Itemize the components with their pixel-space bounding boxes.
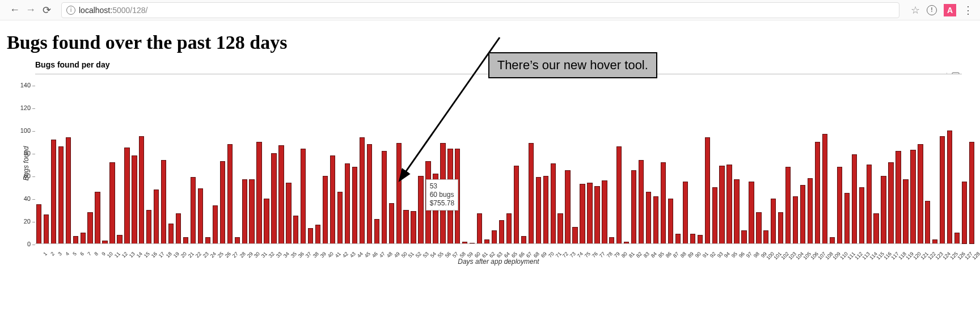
bar[interactable] bbox=[587, 183, 592, 244]
bar[interactable] bbox=[705, 137, 710, 244]
bar[interactable] bbox=[278, 145, 284, 244]
bar[interactable] bbox=[793, 196, 798, 244]
bar[interactable] bbox=[124, 148, 129, 244]
bar[interactable] bbox=[954, 233, 960, 244]
bar[interactable] bbox=[506, 213, 512, 244]
bar[interactable] bbox=[301, 149, 306, 244]
bar[interactable] bbox=[771, 199, 776, 244]
bar[interactable] bbox=[382, 151, 387, 244]
bar[interactable] bbox=[940, 136, 945, 244]
bar[interactable] bbox=[360, 137, 365, 244]
bar[interactable] bbox=[132, 155, 137, 244]
bar[interactable] bbox=[756, 212, 761, 244]
bar[interactable] bbox=[337, 192, 343, 244]
bar[interactable] bbox=[374, 219, 379, 244]
bar[interactable] bbox=[859, 187, 864, 244]
bar[interactable] bbox=[492, 230, 497, 244]
bar[interactable] bbox=[639, 160, 644, 244]
bar[interactable] bbox=[675, 234, 681, 244]
bar[interactable] bbox=[87, 212, 92, 244]
bar[interactable] bbox=[330, 155, 335, 244]
bar[interactable] bbox=[198, 188, 203, 244]
bar[interactable] bbox=[698, 235, 703, 244]
bar[interactable] bbox=[161, 160, 166, 244]
nav-back-button[interactable]: ← bbox=[7, 2, 23, 18]
bar[interactable] bbox=[44, 214, 49, 244]
bar[interactable] bbox=[213, 205, 218, 244]
bar[interactable] bbox=[646, 192, 651, 244]
bar[interactable] bbox=[873, 213, 878, 244]
bar[interactable] bbox=[154, 190, 159, 244]
page-info-icon[interactable]: ! bbox=[927, 5, 937, 15]
bar[interactable] bbox=[822, 134, 827, 244]
bar[interactable] bbox=[734, 179, 739, 244]
extension-badge[interactable]: A bbox=[944, 4, 956, 16]
bar[interactable] bbox=[403, 210, 408, 244]
bar[interactable] bbox=[191, 177, 196, 244]
bar[interactable] bbox=[146, 210, 151, 244]
site-info-icon[interactable]: i bbox=[66, 6, 75, 15]
bar[interactable] bbox=[815, 142, 820, 244]
bar[interactable] bbox=[763, 230, 768, 244]
bar[interactable] bbox=[653, 196, 658, 244]
bar[interactable] bbox=[962, 182, 967, 244]
bar[interactable] bbox=[602, 180, 607, 244]
bar[interactable] bbox=[499, 220, 504, 244]
bar[interactable] bbox=[514, 166, 519, 244]
bar[interactable] bbox=[536, 177, 541, 244]
bar[interactable] bbox=[808, 178, 813, 244]
bar[interactable] bbox=[947, 131, 952, 244]
bar[interactable] bbox=[411, 211, 416, 244]
bar[interactable] bbox=[66, 137, 71, 244]
bar[interactable] bbox=[867, 165, 872, 244]
bar[interactable] bbox=[389, 203, 394, 244]
bar[interactable] bbox=[631, 170, 636, 244]
bar[interactable] bbox=[308, 228, 313, 244]
bar[interactable] bbox=[36, 204, 41, 244]
bar[interactable] bbox=[352, 167, 357, 244]
bar[interactable] bbox=[918, 144, 923, 244]
bar[interactable] bbox=[719, 166, 724, 244]
bar[interactable] bbox=[323, 176, 328, 244]
bar[interactable] bbox=[529, 143, 534, 244]
bar[interactable] bbox=[661, 162, 666, 244]
bar[interactable] bbox=[367, 144, 372, 244]
bar[interactable] bbox=[837, 167, 842, 244]
bar[interactable] bbox=[81, 233, 86, 244]
bar[interactable] bbox=[271, 153, 276, 244]
bar[interactable] bbox=[726, 165, 732, 244]
bar[interactable] bbox=[741, 230, 746, 244]
bar[interactable] bbox=[477, 213, 482, 244]
bar[interactable] bbox=[844, 193, 850, 244]
bar[interactable] bbox=[852, 154, 857, 244]
bar[interactable] bbox=[903, 179, 908, 244]
bar[interactable] bbox=[572, 227, 577, 244]
bar[interactable] bbox=[242, 179, 247, 244]
browser-menu-icon[interactable]: ⋮ bbox=[963, 4, 973, 16]
bookmark-star-icon[interactable]: ☆ bbox=[911, 4, 920, 16]
bar[interactable] bbox=[315, 225, 320, 244]
bar[interactable] bbox=[594, 186, 599, 244]
bar[interactable] bbox=[176, 213, 181, 244]
bar[interactable] bbox=[293, 216, 298, 244]
bar[interactable] bbox=[168, 224, 174, 244]
bar[interactable] bbox=[109, 162, 115, 244]
bar[interactable] bbox=[969, 142, 974, 244]
bar[interactable] bbox=[683, 182, 688, 244]
bar[interactable] bbox=[668, 199, 673, 244]
bar[interactable] bbox=[227, 144, 233, 244]
url-bar[interactable]: i localhost:5000/128/ bbox=[61, 2, 899, 18]
bar[interactable] bbox=[925, 201, 930, 244]
bar[interactable] bbox=[345, 163, 350, 244]
bar[interactable] bbox=[565, 170, 570, 244]
bar[interactable] bbox=[895, 151, 901, 244]
bar[interactable] bbox=[418, 176, 423, 244]
bar[interactable] bbox=[95, 192, 100, 244]
bar[interactable] bbox=[580, 184, 585, 244]
bar[interactable] bbox=[690, 234, 695, 244]
bar[interactable] bbox=[712, 187, 717, 244]
bar[interactable] bbox=[51, 140, 56, 244]
bar[interactable] bbox=[910, 150, 915, 244]
bar[interactable] bbox=[220, 161, 225, 244]
bar[interactable] bbox=[778, 212, 783, 244]
